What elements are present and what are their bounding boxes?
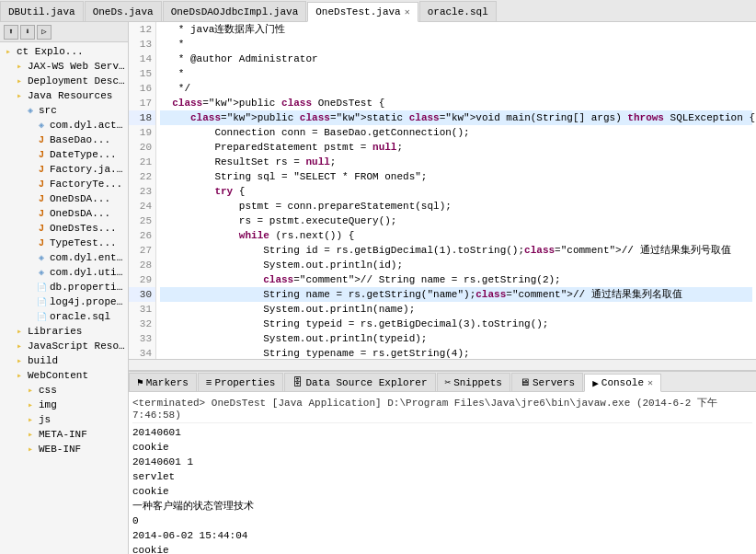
tree-label-js: js xyxy=(39,414,51,425)
tree-label-src: src xyxy=(39,105,57,116)
java-icon: J xyxy=(35,163,48,176)
line-numbers: 1213141516171819202122232425262728293031… xyxy=(129,22,156,359)
tree-label-deployment: Deployment Descri... xyxy=(28,75,126,87)
console-line: 20140601 xyxy=(132,425,752,440)
code-line-28: System.out.println(id); xyxy=(160,258,752,272)
bottom-tab-datasource[interactable]: 🗄Data Source Explorer xyxy=(284,373,435,391)
tree-item-db-properties[interactable]: 📄db.propertie... xyxy=(0,280,128,294)
tab-dbutil-label: DBUtil.java xyxy=(8,6,75,17)
tree-label-web-inf: WEB-INF xyxy=(39,444,81,455)
tree-item-project-explorer[interactable]: ▸ct Explo... xyxy=(0,44,128,59)
tab-onedsdao[interactable]: OneDsDAOJdbcImpl.java xyxy=(163,1,307,21)
tree-item-onedstest[interactable]: JOneDsTes... xyxy=(0,221,128,236)
tree-label-img: img xyxy=(39,399,57,410)
tree-item-web-inf[interactable]: ▸WEB-INF xyxy=(0,442,128,456)
bottom-tab-properties[interactable]: ≡Properties xyxy=(198,373,284,391)
java-icon: J xyxy=(35,133,48,146)
code-line-29: class="comment">// String name = rs.getS… xyxy=(160,272,752,287)
folder-icon: ▸ xyxy=(24,384,37,397)
tree-label-datetype: DateType... xyxy=(50,149,117,160)
tree-label-libraries: Libraries xyxy=(28,326,82,337)
tree-label-webcontent: WebContent xyxy=(28,370,88,381)
tree-item-img[interactable]: ▸img xyxy=(0,398,128,412)
code-content[interactable]: * java连数据库入门性 * * @author Administrator … xyxy=(156,22,756,359)
line-num-32: 32 xyxy=(129,317,155,331)
tree-item-webcontent[interactable]: ▸WebContent xyxy=(0,368,128,383)
toolbar-btn-2[interactable]: ⬇ xyxy=(20,25,35,40)
left-panel: ⬆ ⬇ ▷ ▸ct Explo...▸JAX-WS Web Servi...▸D… xyxy=(0,22,129,554)
bottom-tab-snippets[interactable]: ✂Snippets xyxy=(437,373,510,391)
toolbar-btn-1[interactable]: ⬆ xyxy=(4,25,18,40)
tree-item-onedsdao1[interactable]: JOneDsDA... xyxy=(0,191,128,206)
horizontal-scrollbar[interactable] xyxy=(129,359,756,370)
tree-item-js[interactable]: ▸js xyxy=(0,412,128,427)
tree-item-onedsdao2[interactable]: JOneDsDA... xyxy=(0,206,128,221)
tree-item-basedao[interactable]: JBaseDao... xyxy=(0,133,128,147)
content-area: ⬆ ⬇ ▷ ▸ct Explo...▸JAX-WS Web Servi...▸D… xyxy=(0,22,756,554)
package-icon: ◈ xyxy=(35,251,48,264)
console-line: 0 xyxy=(132,514,752,528)
tree-item-libraries[interactable]: ▸Libraries xyxy=(0,324,128,339)
tree-label-onedstest: OneDsTes... xyxy=(50,223,117,234)
tab-bar: DBUtil.java OneDs.java OneDsDAOJdbcImpl.… xyxy=(0,0,756,22)
code-line-32: String typeid = rs.getBigDecimal(3).toSt… xyxy=(160,317,752,331)
main-container: DBUtil.java OneDs.java OneDsDAOJdbcImpl.… xyxy=(0,0,756,554)
tree-item-java-resources[interactable]: ▸Java Resources xyxy=(0,88,128,103)
tree-item-src[interactable]: ◈src xyxy=(0,103,128,118)
package-icon: ◈ xyxy=(35,266,48,279)
java-icon: J xyxy=(35,148,48,161)
bottom-tab-console-close[interactable]: ✕ xyxy=(647,377,653,388)
tree-label-log4j: log4j.proper... xyxy=(50,296,126,307)
bottom-tab-servers[interactable]: 🖥Servers xyxy=(511,373,583,391)
line-num-24: 24 xyxy=(129,199,155,214)
line-num-33: 33 xyxy=(129,331,155,346)
tree-item-build[interactable]: ▸build xyxy=(0,353,128,368)
tree-item-deployment[interactable]: ▸Deployment Descri... xyxy=(0,74,128,88)
tree-item-js-resources[interactable]: ▸JavaScript Resource... xyxy=(0,339,128,353)
right-panel: 1213141516171819202122232425262728293031… xyxy=(129,22,756,554)
tree-item-log4j[interactable]: 📄log4j.proper... xyxy=(0,294,128,309)
tree-item-factory-ja[interactable]: JFactory.ja... xyxy=(0,162,128,177)
tree-label-basedao: BaseDao... xyxy=(50,134,110,145)
console-line: servlet xyxy=(132,469,752,484)
code-line-14: * @author Administrator xyxy=(160,52,752,66)
console-header: <terminated> OneDsTest [Java Application… xyxy=(132,394,752,423)
console-area: <terminated> OneDsTest [Java Application… xyxy=(129,392,756,554)
editor-area: 1213141516171819202122232425262728293031… xyxy=(129,22,756,359)
folder-icon: ▸ xyxy=(24,413,37,426)
package-icon: ◈ xyxy=(24,104,37,117)
tree-item-css[interactable]: ▸css xyxy=(0,383,128,398)
code-line-18: class="kw">public class="kw">static clas… xyxy=(160,110,752,125)
tree-item-oracle-sql[interactable]: 📄oracle.sql xyxy=(0,309,128,324)
code-line-26: while (rs.next()) { xyxy=(160,228,752,243)
bottom-tab-console[interactable]: ▶Console ✕ xyxy=(584,374,661,392)
bottom-panel: ⚑Markers ≡Properties 🗄Data Source Explor… xyxy=(129,370,756,554)
folder-icon: ▸ xyxy=(13,354,26,367)
tab-oneds[interactable]: OneDs.java xyxy=(85,1,162,21)
tree-item-typetest[interactable]: JTypeTest... xyxy=(0,236,128,250)
tree-item-meta-inf[interactable]: ▸META-INF xyxy=(0,427,128,442)
tree-item-datetype[interactable]: JDateType... xyxy=(0,147,128,162)
tab-onedstest-close[interactable]: ✕ xyxy=(405,6,410,17)
prop-icon: 📄 xyxy=(35,281,48,294)
tree-label-com-dyl-actio: com.dyl.actio... xyxy=(50,120,126,131)
prop-icon: 📄 xyxy=(35,295,48,308)
console-line: cookie xyxy=(132,484,752,499)
tree-item-com-dyl-util[interactable]: ◈com.dyl.util... xyxy=(0,265,128,280)
tree-item-jax-ws[interactable]: ▸JAX-WS Web Servi... xyxy=(0,59,128,74)
tab-onedstest[interactable]: OneDsTest.java ✕ xyxy=(307,2,418,22)
line-num-13: 13 xyxy=(129,37,155,52)
tab-oracle-label: oracle.sql xyxy=(428,6,488,17)
code-line-34: String typename = rs.getString(4); xyxy=(160,346,752,359)
tree-item-com-dyl-entit[interactable]: ◈com.dyl.entit... xyxy=(0,250,128,265)
toolbar-btn-3[interactable]: ▷ xyxy=(37,25,52,40)
bottom-tab-markers[interactable]: ⚑Markers xyxy=(129,373,197,391)
tab-dbutil[interactable]: DBUtil.java xyxy=(0,1,84,21)
line-num-23: 23 xyxy=(129,184,155,199)
tree-item-com-dyl-actio[interactable]: ◈com.dyl.actio... xyxy=(0,118,128,133)
tab-oracle[interactable]: oracle.sql xyxy=(419,1,497,21)
code-line-19: Connection conn = BaseDao.getConnection(… xyxy=(160,125,752,140)
code-line-20: PreparedStatement pstmt = null; xyxy=(160,140,752,155)
line-num-25: 25 xyxy=(129,214,155,228)
tree-item-factoryte[interactable]: JFactoryTe... xyxy=(0,177,128,191)
